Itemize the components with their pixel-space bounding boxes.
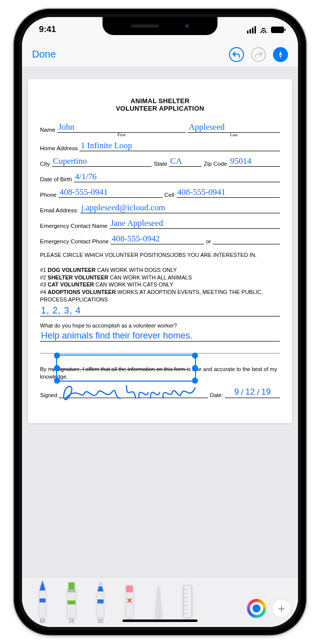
svg-rect-3 (68, 600, 76, 604)
field-cell: 408-555-0941 (176, 187, 280, 198)
done-button[interactable]: Done (32, 49, 56, 60)
label-state: State (154, 161, 167, 167)
field-signature[interactable] (59, 384, 208, 398)
label-or: or (206, 238, 211, 244)
field-emg-name: Jane Appleseed (110, 218, 280, 229)
markup-toggle-button[interactable] (273, 47, 288, 62)
ruled-line (40, 345, 280, 354)
pen-tool[interactable]: 60 (29, 578, 56, 627)
resize-handle-icon[interactable] (54, 378, 60, 384)
field-city: Cupertino (52, 156, 152, 167)
field-last-name: AppleseedLast (188, 122, 280, 133)
field-positions: 1, 2, 3, 4 (40, 305, 280, 316)
signature-mark (59, 382, 208, 403)
clock: 9:41 (39, 25, 56, 35)
label-date: Date: (210, 392, 223, 398)
markup-nav: Done (22, 42, 298, 67)
svg-rect-0 (40, 598, 46, 602)
signature-selection-box[interactable] (56, 355, 196, 382)
field-zip: 95014 (229, 156, 280, 167)
field-address: 1 Infinite Loop (80, 141, 280, 151)
resize-handle-icon[interactable] (54, 353, 60, 359)
redo-button[interactable] (251, 47, 266, 62)
field-goal: Help animals find their forever homes. (40, 331, 280, 342)
document-page: ANIMAL SHELTER VOLUNTEER APPLICATION Nam… (28, 79, 292, 423)
svg-rect-5 (126, 592, 133, 617)
highlighter-tool[interactable]: 28 (58, 578, 85, 627)
question-goal: What do you hope to accomplish as a volu… (40, 323, 280, 329)
field-emg-phone-alt (213, 244, 280, 244)
home-indicator[interactable] (122, 619, 198, 622)
field-email: j.appleseed@icloud.com (80, 203, 280, 213)
resize-handle-icon[interactable] (192, 365, 198, 371)
doc-title-1: ANIMAL SHELTER (40, 97, 280, 105)
label-emg-name: Emergency Contact Name (40, 223, 108, 229)
pencil-size: 50 (98, 618, 103, 624)
instructions-lead: PLEASE CIRCLE WHICH VOLUNTEER POSITIONS/… (40, 251, 280, 259)
pencil-tool[interactable]: 50 (87, 578, 114, 627)
battery-icon (271, 27, 284, 33)
svg-rect-6 (126, 585, 133, 592)
field-state: CA (169, 156, 202, 167)
label-address: Home Address (40, 145, 78, 151)
device-frame: 9:41 Done (0, 0, 320, 644)
label-city: City (40, 161, 50, 167)
wifi-icon (259, 26, 268, 33)
resize-handle-icon[interactable] (192, 378, 198, 384)
doc-title-2: VOLUNTEER APPLICATION (40, 105, 280, 112)
field-first-name: JohnFirst (58, 122, 186, 133)
label-signed: Signed (40, 392, 57, 398)
svg-rect-1 (68, 592, 76, 617)
label-cell: Cell (164, 192, 174, 198)
resize-handle-icon[interactable] (192, 353, 198, 359)
color-picker-button[interactable] (247, 599, 266, 618)
resize-handle-icon[interactable] (54, 365, 60, 371)
highlighter-size: 28 (68, 618, 74, 624)
notch (102, 17, 218, 35)
svg-rect-4 (98, 599, 104, 603)
field-dob: 4/1/76 (74, 172, 280, 182)
label-phone: Phone (40, 192, 56, 198)
instructions-block: PLEASE CIRCLE WHICH VOLUNTEER POSITIONS/… (40, 251, 280, 303)
add-annotation-button[interactable]: + (272, 599, 291, 618)
field-emg-phone: 408-555-0942 (110, 234, 204, 244)
field-phone: 408-555-0941 (58, 187, 162, 198)
screen: 9:41 Done (22, 17, 298, 627)
label-emg-phone: Emergency Contact Phone (40, 238, 108, 244)
pen-size: 60 (40, 618, 45, 624)
label-email: Email Address: (40, 207, 78, 213)
cellular-icon (247, 26, 256, 34)
svg-rect-2 (68, 589, 76, 592)
label-zip: Zip Code (204, 161, 227, 167)
field-sign-date: 9/12/19 (225, 387, 280, 398)
label-dob: Date of Birth (40, 176, 72, 182)
document-canvas[interactable]: ANIMAL SHELTER VOLUNTEER APPLICATION Nam… (22, 67, 298, 577)
label-name: Name (40, 127, 56, 133)
undo-button[interactable] (229, 47, 244, 62)
